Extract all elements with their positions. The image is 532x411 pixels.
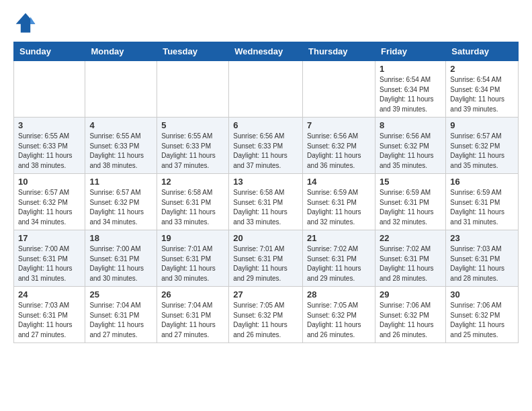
day-info: Sunrise: 6:59 AM Sunset: 6:31 PM Dayligh…	[307, 188, 371, 227]
day-info: Sunrise: 6:59 AM Sunset: 6:31 PM Dayligh…	[450, 188, 514, 227]
calendar-cell: 4Sunrise: 6:55 AM Sunset: 6:33 PM Daylig…	[85, 118, 157, 174]
day-info: Sunrise: 7:04 AM Sunset: 6:31 PM Dayligh…	[89, 301, 152, 340]
day-number: 15	[380, 177, 441, 187]
calendar-cell: 15Sunrise: 6:59 AM Sunset: 6:31 PM Dayli…	[375, 174, 445, 230]
day-info: Sunrise: 7:06 AM Sunset: 6:32 PM Dayligh…	[450, 301, 514, 340]
day-info: Sunrise: 6:58 AM Sunset: 6:31 PM Dayligh…	[233, 188, 298, 227]
logo	[13, 11, 40, 35]
day-number: 3	[18, 120, 81, 130]
day-number: 14	[307, 177, 371, 187]
calendar-header-tuesday: Tuesday	[157, 42, 229, 61]
day-number: 8	[380, 120, 441, 130]
calendar-header-thursday: Thursday	[303, 42, 375, 61]
logo-icon	[13, 11, 38, 35]
calendar-week-row: 3Sunrise: 6:55 AM Sunset: 6:33 PM Daylig…	[14, 118, 519, 174]
header	[13, 11, 519, 35]
calendar-cell	[229, 61, 303, 118]
day-number: 27	[233, 289, 298, 300]
day-info: Sunrise: 7:01 AM Sunset: 6:31 PM Dayligh…	[233, 244, 298, 283]
page: SundayMondayTuesdayWednesdayThursdayFrid…	[0, 0, 532, 357]
calendar-cell: 11Sunrise: 6:57 AM Sunset: 6:32 PM Dayli…	[85, 174, 157, 230]
day-number: 29	[380, 289, 441, 300]
day-number: 16	[450, 177, 514, 187]
calendar-cell: 22Sunrise: 7:02 AM Sunset: 6:31 PM Dayli…	[375, 230, 445, 287]
day-info: Sunrise: 6:57 AM Sunset: 6:32 PM Dayligh…	[18, 188, 81, 227]
day-number: 21	[307, 233, 371, 243]
calendar-header-sunday: Sunday	[14, 42, 85, 61]
day-number: 24	[18, 289, 81, 300]
calendar-cell: 23Sunrise: 7:03 AM Sunset: 6:31 PM Dayli…	[446, 230, 519, 287]
calendar-cell	[303, 61, 375, 118]
day-info: Sunrise: 6:56 AM Sunset: 6:32 PM Dayligh…	[307, 132, 371, 171]
day-number: 18	[89, 233, 152, 243]
svg-marker-1	[30, 17, 35, 24]
day-number: 4	[89, 120, 152, 130]
calendar-cell: 21Sunrise: 7:02 AM Sunset: 6:31 PM Dayli…	[303, 230, 375, 287]
calendar-cell: 6Sunrise: 6:56 AM Sunset: 6:33 PM Daylig…	[229, 118, 303, 174]
calendar-cell: 2Sunrise: 6:54 AM Sunset: 6:34 PM Daylig…	[446, 61, 519, 118]
calendar: SundayMondayTuesdayWednesdayThursdayFrid…	[13, 42, 519, 343]
calendar-cell: 19Sunrise: 7:01 AM Sunset: 6:31 PM Dayli…	[157, 230, 229, 287]
calendar-week-row: 10Sunrise: 6:57 AM Sunset: 6:32 PM Dayli…	[14, 174, 519, 230]
calendar-cell: 30Sunrise: 7:06 AM Sunset: 6:32 PM Dayli…	[446, 287, 519, 343]
day-info: Sunrise: 7:02 AM Sunset: 6:31 PM Dayligh…	[307, 244, 371, 283]
day-info: Sunrise: 7:04 AM Sunset: 6:31 PM Dayligh…	[161, 301, 224, 340]
calendar-cell	[85, 61, 157, 118]
calendar-cell: 18Sunrise: 7:00 AM Sunset: 6:31 PM Dayli…	[85, 230, 157, 287]
day-number: 1	[380, 64, 441, 74]
day-info: Sunrise: 6:57 AM Sunset: 6:32 PM Dayligh…	[450, 132, 514, 171]
calendar-cell	[14, 61, 85, 118]
day-number: 20	[233, 233, 298, 243]
calendar-cell: 25Sunrise: 7:04 AM Sunset: 6:31 PM Dayli…	[85, 287, 157, 343]
calendar-cell	[157, 61, 229, 118]
day-number: 19	[161, 233, 224, 243]
calendar-cell: 14Sunrise: 6:59 AM Sunset: 6:31 PM Dayli…	[303, 174, 375, 230]
day-number: 7	[307, 120, 371, 130]
calendar-cell: 9Sunrise: 6:57 AM Sunset: 6:32 PM Daylig…	[446, 118, 519, 174]
day-info: Sunrise: 6:55 AM Sunset: 6:33 PM Dayligh…	[18, 132, 81, 171]
day-number: 11	[89, 177, 152, 187]
day-info: Sunrise: 6:55 AM Sunset: 6:33 PM Dayligh…	[161, 132, 224, 171]
calendar-cell: 17Sunrise: 7:00 AM Sunset: 6:31 PM Dayli…	[14, 230, 85, 287]
calendar-header-row: SundayMondayTuesdayWednesdayThursdayFrid…	[14, 42, 519, 61]
calendar-cell: 7Sunrise: 6:56 AM Sunset: 6:32 PM Daylig…	[303, 118, 375, 174]
calendar-cell: 20Sunrise: 7:01 AM Sunset: 6:31 PM Dayli…	[229, 230, 303, 287]
calendar-week-row: 17Sunrise: 7:00 AM Sunset: 6:31 PM Dayli…	[14, 230, 519, 287]
calendar-cell: 1Sunrise: 6:54 AM Sunset: 6:34 PM Daylig…	[375, 61, 445, 118]
day-number: 10	[18, 177, 81, 187]
day-number: 12	[161, 177, 224, 187]
calendar-cell: 12Sunrise: 6:58 AM Sunset: 6:31 PM Dayli…	[157, 174, 229, 230]
day-number: 2	[450, 64, 514, 74]
day-number: 23	[450, 233, 514, 243]
day-info: Sunrise: 6:54 AM Sunset: 6:34 PM Dayligh…	[380, 75, 441, 114]
calendar-cell: 13Sunrise: 6:58 AM Sunset: 6:31 PM Dayli…	[229, 174, 303, 230]
day-info: Sunrise: 7:02 AM Sunset: 6:31 PM Dayligh…	[380, 244, 441, 283]
day-number: 6	[233, 120, 298, 130]
calendar-cell: 8Sunrise: 6:56 AM Sunset: 6:32 PM Daylig…	[375, 118, 445, 174]
day-number: 30	[450, 289, 514, 300]
day-number: 5	[161, 120, 224, 130]
day-info: Sunrise: 7:05 AM Sunset: 6:32 PM Dayligh…	[233, 301, 298, 340]
day-number: 13	[233, 177, 298, 187]
day-info: Sunrise: 6:55 AM Sunset: 6:33 PM Dayligh…	[89, 132, 152, 171]
day-number: 22	[380, 233, 441, 243]
day-info: Sunrise: 7:00 AM Sunset: 6:31 PM Dayligh…	[18, 244, 81, 283]
day-info: Sunrise: 7:06 AM Sunset: 6:32 PM Dayligh…	[380, 301, 441, 340]
day-info: Sunrise: 7:00 AM Sunset: 6:31 PM Dayligh…	[89, 244, 152, 283]
day-info: Sunrise: 7:05 AM Sunset: 6:32 PM Dayligh…	[307, 301, 371, 340]
day-number: 26	[161, 289, 224, 300]
day-info: Sunrise: 6:56 AM Sunset: 6:32 PM Dayligh…	[380, 132, 441, 171]
calendar-cell: 28Sunrise: 7:05 AM Sunset: 6:32 PM Dayli…	[303, 287, 375, 343]
day-info: Sunrise: 6:59 AM Sunset: 6:31 PM Dayligh…	[380, 188, 441, 227]
calendar-cell: 10Sunrise: 6:57 AM Sunset: 6:32 PM Dayli…	[14, 174, 85, 230]
calendar-week-row: 24Sunrise: 7:03 AM Sunset: 6:31 PM Dayli…	[14, 287, 519, 343]
calendar-header-saturday: Saturday	[446, 42, 519, 61]
day-info: Sunrise: 6:58 AM Sunset: 6:31 PM Dayligh…	[161, 188, 224, 227]
day-number: 28	[307, 289, 371, 300]
calendar-cell: 29Sunrise: 7:06 AM Sunset: 6:32 PM Dayli…	[375, 287, 445, 343]
day-info: Sunrise: 7:01 AM Sunset: 6:31 PM Dayligh…	[161, 244, 224, 283]
calendar-header-wednesday: Wednesday	[229, 42, 303, 61]
day-info: Sunrise: 6:54 AM Sunset: 6:34 PM Dayligh…	[450, 75, 514, 114]
calendar-header-monday: Monday	[85, 42, 157, 61]
calendar-week-row: 1Sunrise: 6:54 AM Sunset: 6:34 PM Daylig…	[14, 61, 519, 118]
